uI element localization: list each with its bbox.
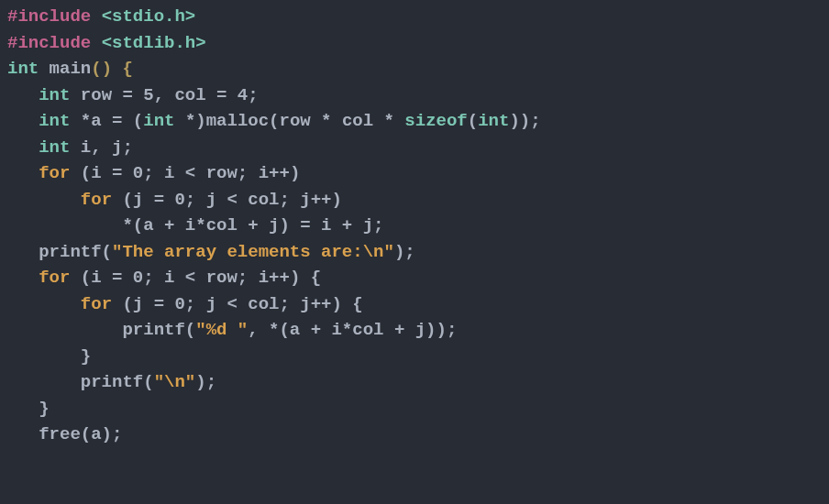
code-block: #include <stdio.h> #include <stdlib.h> i…	[0, 0, 829, 452]
indent	[7, 268, 39, 288]
string-literal: "\n"	[154, 372, 196, 392]
code-text: );	[195, 372, 216, 392]
indent	[7, 111, 39, 131]
indent	[7, 85, 39, 105]
type-keyword: int	[478, 111, 509, 131]
paren: ()	[91, 59, 112, 79]
code-line: }	[7, 346, 91, 367]
code-text: *a = (	[70, 111, 143, 131]
code-line: #include <stdio.h>	[7, 6, 195, 27]
code-line: int i, j;	[7, 137, 133, 158]
code-line: for (i = 0; i < row; i++) {	[7, 268, 321, 288]
code-line: #include <stdlib.h>	[7, 33, 206, 53]
code-line: for (j = 0; j < col; j++)	[7, 190, 342, 210]
type-keyword: int	[39, 85, 70, 105]
header-name: <stdlib.h>	[102, 33, 206, 53]
header-name: <stdio.h>	[102, 6, 196, 27]
code-line: int main() {	[7, 59, 133, 79]
indent	[7, 163, 39, 183]
code-text: printf(	[7, 242, 112, 262]
for-keyword: for	[39, 268, 70, 288]
code-line: *(a + i*col + j) = i + j;	[7, 215, 383, 236]
code-text: row = 5, col = 4;	[70, 85, 258, 105]
code-text: }	[7, 346, 91, 367]
code-line: }	[7, 399, 50, 419]
code-line: for (i = 0; i < row; i++)	[7, 163, 300, 183]
function-name: main	[39, 59, 91, 79]
code-text: printf(	[7, 372, 154, 392]
code-text: *)malloc(row * col *	[174, 111, 404, 131]
preprocessor-directive: #include	[7, 6, 102, 27]
code-line: printf("\n");	[7, 372, 216, 392]
preprocessor-directive: #include	[7, 33, 102, 53]
code-text: (i = 0; i < row; i++) {	[70, 268, 321, 288]
code-text: }	[7, 399, 50, 419]
code-text: *(a + i*col + j) = i + j;	[7, 215, 383, 236]
for-keyword: for	[39, 163, 70, 183]
code-text: (i = 0; i < row; i++)	[70, 163, 300, 183]
code-line: int row = 5, col = 4;	[7, 85, 259, 105]
code-line: printf("The array elements are:\n");	[7, 242, 415, 262]
code-line: free(a);	[7, 424, 122, 444]
code-text: free(a);	[7, 424, 122, 444]
type-keyword: int	[39, 111, 70, 131]
code-line: for (j = 0; j < col; j++) {	[7, 294, 363, 314]
code-text: printf(	[7, 320, 195, 340]
code-line: int *a = (int *)malloc(row * col * sizeo…	[7, 111, 541, 131]
string-literal: "%d "	[195, 320, 248, 340]
for-keyword: for	[81, 190, 112, 210]
string-literal: "The array elements are:\n"	[112, 242, 394, 262]
type-keyword: int	[7, 59, 39, 79]
code-text: i, j;	[70, 137, 132, 158]
type-keyword: int	[143, 111, 174, 131]
for-keyword: for	[81, 294, 112, 314]
code-text: (	[468, 111, 478, 131]
code-text: (j = 0; j < col; j++) {	[112, 294, 363, 314]
indent	[7, 190, 81, 210]
code-text: , *(a + i*col + j));	[248, 320, 457, 340]
code-text: ));	[509, 111, 540, 131]
brace: {	[112, 59, 133, 79]
sizeof-keyword: sizeof	[404, 111, 467, 131]
code-line: printf("%d ", *(a + i*col + j));	[7, 320, 457, 340]
code-text: );	[394, 242, 415, 262]
indent	[7, 137, 39, 158]
type-keyword: int	[39, 137, 70, 158]
indent	[7, 294, 81, 314]
code-text: (j = 0; j < col; j++)	[112, 190, 342, 210]
